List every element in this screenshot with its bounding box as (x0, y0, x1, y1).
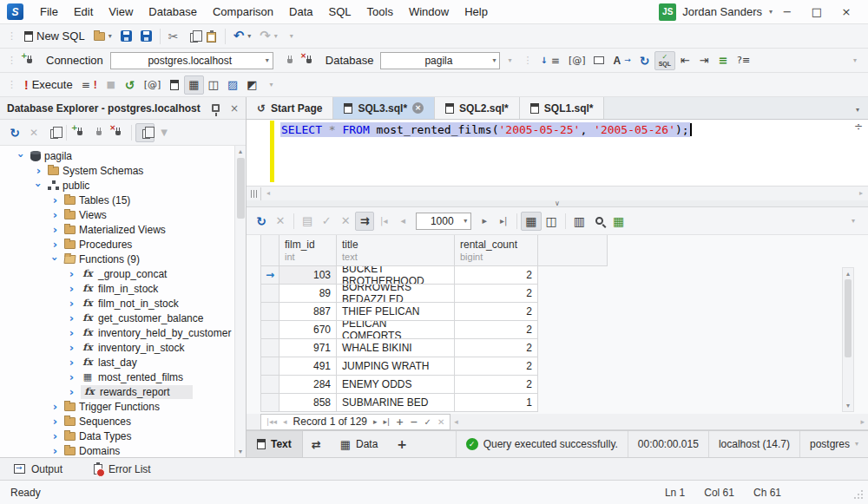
connection-combo-caret-icon[interactable]: ▾ (266, 57, 269, 64)
tree-item-materialized-views[interactable]: › Materialized Views (0, 222, 246, 237)
tree-item-most-rented-films[interactable]: › most_rented_films (0, 370, 246, 384)
execute-script-button[interactable]: ≡ ! (77, 75, 102, 95)
editor-results-splitter[interactable]: ∨ (247, 200, 868, 207)
cell-rental-count[interactable]: 2 (455, 266, 538, 285)
explorer-disconnect-button[interactable]: × (108, 123, 128, 142)
undo-caret-icon[interactable]: ▾ (247, 33, 251, 40)
code-completion-button[interactable]: ↓ ≡ (536, 51, 563, 70)
explorer-refresh-button[interactable]: ↻ (5, 123, 24, 142)
row-indicator-cell[interactable] (260, 376, 279, 394)
grid-cancel-button[interactable]: ✕ (271, 212, 290, 231)
comment-button[interactable]: ?≡ (733, 51, 754, 70)
decrease-indent-button[interactable]: ⇤ (675, 51, 694, 70)
open-file-caret-icon[interactable]: ▾ (108, 33, 112, 40)
change-case-button[interactable]: A → (608, 51, 635, 70)
column-header-film-id[interactable]: film_id int (279, 235, 337, 266)
new-query-window-button[interactable] (165, 75, 184, 95)
format-sql-button[interactable]: ≡ (713, 51, 733, 70)
scroll-thumb[interactable] (845, 279, 852, 357)
tree-item-domains[interactable]: › Domains (0, 443, 246, 457)
grid-row[interactable]: 491 JUMPING WRATH 2 (260, 357, 608, 376)
tree-item-tables[interactable]: › Tables (15) (0, 193, 246, 207)
toolbar-grip[interactable]: ⋮ (523, 56, 532, 65)
editor-horizontal-scrollbar[interactable]: ◂ ▸ (247, 186, 868, 200)
column-visibility-button[interactable]: ▥ (569, 212, 589, 231)
tree-item-rewards-report[interactable]: › rewards_report (0, 384, 246, 399)
tree-item-data-types[interactable]: › Data Types (0, 429, 246, 443)
toolbar-overflow-button[interactable]: ▾ (845, 51, 865, 70)
cell-title[interactable]: JUMPING WRATH (337, 357, 455, 376)
scroll-down-icon[interactable]: ▾ (843, 402, 853, 409)
post-edit-icon[interactable]: ✓ (424, 417, 431, 427)
last-page-button[interactable]: ▸| (494, 212, 513, 231)
tree-item-system-schemas[interactable]: › System Schemas (0, 163, 246, 178)
cell-title[interactable]: WHALE BIKINI (337, 339, 455, 357)
swap-view-button[interactable]: ⇄ (303, 431, 330, 457)
tab-start-page[interactable]: ↺ Start Page (247, 97, 333, 119)
menu-comparison[interactable]: Comparison (205, 0, 281, 24)
menu-window[interactable]: Window (401, 0, 457, 24)
parameters-button[interactable]: [@] (564, 51, 590, 70)
cell-film-id[interactable]: 103 (279, 266, 337, 285)
cell-film-id[interactable]: 284 (279, 376, 337, 394)
last-record-icon[interactable]: ▸| (384, 417, 391, 426)
expand-chevron-icon[interactable]: › (49, 194, 61, 206)
prev-record-icon[interactable]: ◂ (283, 417, 287, 426)
row-indicator-cell[interactable] (260, 285, 279, 303)
expand-chevron-icon[interactable]: › (49, 239, 61, 250)
grid-row[interactable]: → 103 BUCKET BROTHERHOOD 2 (260, 266, 608, 285)
cell-title[interactable]: THIEF PELICAN (337, 303, 455, 321)
new-connection-button[interactable]: + (20, 51, 39, 70)
menu-edit[interactable]: Edit (66, 0, 101, 24)
expand-chevron-icon[interactable]: › (66, 342, 77, 353)
next-page-button[interactable]: ▸ (475, 212, 494, 231)
expand-chevron-icon[interactable]: › (66, 283, 77, 294)
grid-row[interactable]: 887 THIEF PELICAN 2 (260, 303, 608, 321)
expand-chevron-icon[interactable]: › (66, 298, 77, 309)
reject-changes-button[interactable]: ✕ (336, 212, 355, 231)
connection-combo[interactable]: postgres.localhost ▾ (110, 52, 273, 69)
cell-title[interactable]: BORROWERS BEDAZZLED (337, 285, 455, 303)
rename-object-button[interactable] (589, 51, 608, 70)
delete-record-icon[interactable]: − (410, 416, 418, 428)
commit-changes-button[interactable]: ▤ (298, 212, 317, 231)
scroll-left-icon[interactable]: ◂ (261, 190, 275, 197)
tree-item-film-in-stock[interactable]: › film_in_stock (0, 281, 246, 296)
menu-tools[interactable]: Tools (359, 0, 401, 24)
tree-scrollbar[interactable]: ▴ ▾ (234, 146, 246, 457)
open-file-button[interactable]: ▾ (89, 27, 116, 46)
refresh-button[interactable]: ↻ (635, 51, 654, 70)
send-results-button[interactable]: [@] (140, 75, 166, 95)
first-record-icon[interactable]: |◂◂ (266, 417, 277, 426)
sql-code-line[interactable]: SELECT * FROM most_rented_films('2005-05… (280, 122, 692, 137)
next-record-icon[interactable]: ▸ (373, 417, 378, 426)
expand-chevron-icon[interactable]: › (66, 386, 77, 397)
redo-caret-icon[interactable]: ▾ (274, 33, 278, 40)
page-size-combo[interactable]: 1000 ▾ (416, 213, 471, 230)
cut-button[interactable]: ✂ (164, 27, 183, 46)
tab-sql1[interactable]: SQL1.sql* (520, 97, 605, 119)
menu-file[interactable]: File (32, 0, 66, 24)
tab-sql2[interactable]: SQL2.sql* (435, 97, 520, 119)
grid-row[interactable]: 284 ENEMY ODDS 2 (260, 376, 608, 394)
paging-mode-button[interactable]: ⇉ (355, 212, 374, 231)
close-panel-icon[interactable]: × (230, 103, 239, 114)
menu-sql[interactable]: SQL (321, 0, 359, 24)
export-data-button[interactable]: ▦ (608, 212, 628, 231)
disconnect-button[interactable]: × (299, 51, 319, 70)
collapse-chevron-icon[interactable]: ∨ (555, 200, 560, 207)
execute-button[interactable]: ! Execute (20, 75, 77, 95)
grid-view-button[interactable]: ▦ (521, 212, 541, 231)
close-tab-icon[interactable]: × (412, 102, 424, 114)
toolbar-grip[interactable]: ⋮ (7, 56, 16, 65)
selected-sql-text[interactable]: SELECT * FROM most_rented_films('2005-05… (280, 122, 690, 137)
tab-sql3[interactable]: SQL3.sql* × (333, 97, 435, 119)
expand-chevron-icon[interactable]: › (33, 180, 44, 191)
query-profiler-button[interactable]: ◫ (204, 75, 223, 95)
menu-view[interactable]: View (101, 0, 141, 24)
scroll-up-icon[interactable]: ▴ (843, 270, 853, 278)
row-indicator-cell[interactable] (260, 321, 279, 339)
expand-chevron-icon[interactable]: › (66, 371, 77, 383)
scroll-left-icon[interactable]: ◂ (454, 417, 458, 426)
tree-item-inventory-in-stock[interactable]: › inventory_in_stock (0, 340, 246, 355)
